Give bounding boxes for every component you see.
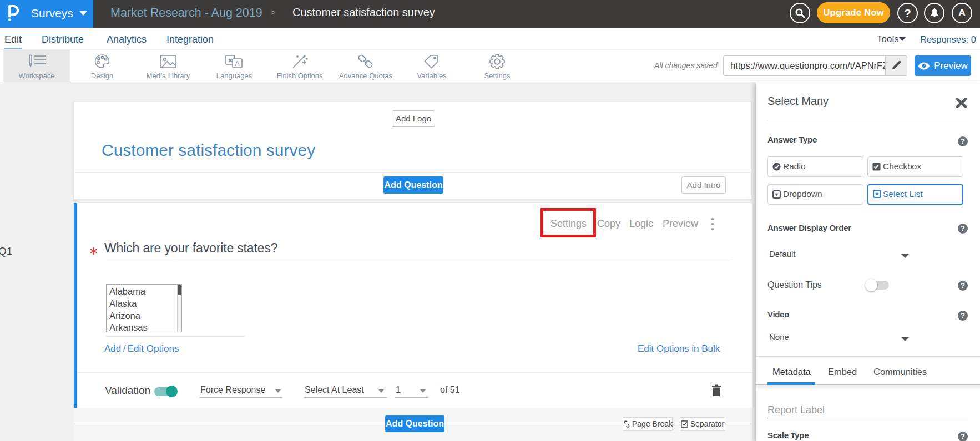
svg-text:A: A [235, 60, 239, 68]
svg-text:✖: ✖ [228, 57, 233, 64]
